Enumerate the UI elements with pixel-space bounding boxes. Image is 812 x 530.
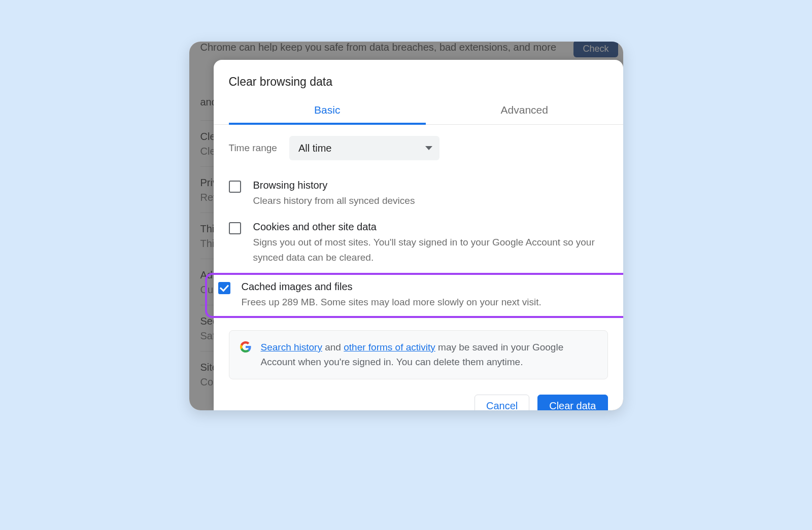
search-history-link[interactable]: Search history bbox=[261, 342, 322, 352]
dialog-content: Time range All time Browsing history Cle… bbox=[214, 125, 623, 379]
clear-data-button[interactable]: Clear data bbox=[537, 395, 607, 410]
google-account-info-box: Search history and other forms of activi… bbox=[229, 330, 608, 379]
option-browsing-history: Browsing history Clears history from all… bbox=[229, 174, 608, 216]
highlighted-option: Cached images and files Frees up 289 MB.… bbox=[205, 273, 623, 317]
option-cookies: Cookies and other site data Signs you ou… bbox=[229, 216, 608, 273]
time-range-label: Time range bbox=[229, 143, 277, 154]
option-cached-images: Cached images and files Frees up 289 MB.… bbox=[221, 281, 606, 309]
tab-advanced[interactable]: Advanced bbox=[426, 99, 623, 124]
option-subtitle: Frees up 289 MB. Some sites may load mor… bbox=[242, 295, 606, 309]
dialog-actions: Cancel Clear data bbox=[214, 379, 623, 410]
settings-frame: Chrome can help keep you safe from data … bbox=[189, 42, 623, 410]
option-title: Browsing history bbox=[253, 180, 608, 191]
time-range-value: All time bbox=[298, 143, 332, 154]
option-title: Cookies and other site data bbox=[253, 221, 608, 233]
time-range-row: Time range All time bbox=[229, 136, 608, 160]
option-title: Cached images and files bbox=[242, 281, 606, 293]
chevron-down-icon bbox=[425, 146, 432, 150]
option-subtitle: Signs you out of most sites. You'll stay… bbox=[253, 235, 608, 265]
dialog-tabs: Basic Advanced bbox=[214, 99, 623, 125]
checkbox-cookies[interactable] bbox=[229, 222, 241, 234]
other-activity-link[interactable]: other forms of activity bbox=[344, 342, 435, 352]
time-range-select[interactable]: All time bbox=[289, 136, 439, 160]
google-logo-icon bbox=[240, 341, 252, 353]
option-subtitle: Clears history from all synced devices bbox=[253, 193, 608, 208]
checkbox-browsing-history[interactable] bbox=[229, 181, 241, 193]
dialog-title: Clear browsing data bbox=[214, 60, 623, 99]
clear-browsing-data-dialog: Clear browsing data Basic Advanced Time … bbox=[214, 60, 623, 410]
info-text: Search history and other forms of activi… bbox=[261, 340, 597, 370]
checkbox-cached-images[interactable] bbox=[218, 282, 230, 294]
cancel-button[interactable]: Cancel bbox=[475, 395, 529, 410]
tab-basic[interactable]: Basic bbox=[229, 99, 426, 124]
